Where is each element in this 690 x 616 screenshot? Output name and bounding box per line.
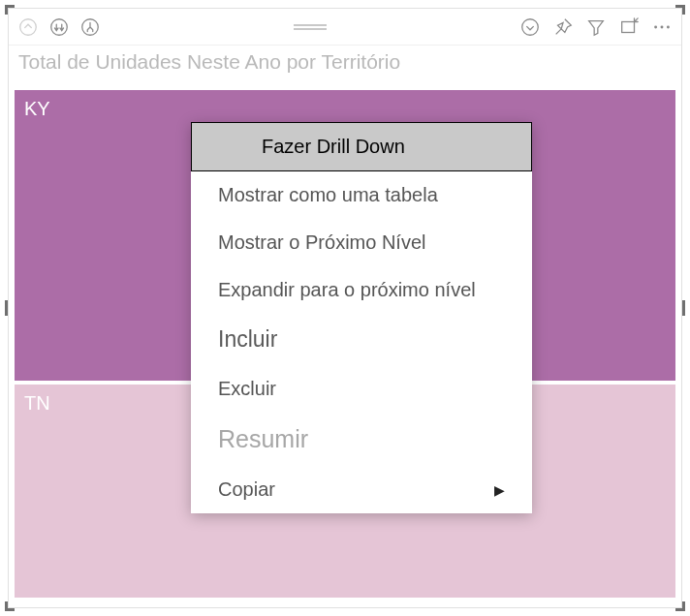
- visual-toolbar: [9, 9, 681, 46]
- menu-item-exclude[interactable]: Excluir: [191, 365, 532, 413]
- svg-point-1: [51, 18, 68, 35]
- menu-item-label: Excluir: [218, 378, 276, 400]
- menu-item-next-level[interactable]: Mostrar o Próximo Nível: [191, 219, 532, 266]
- pin-icon[interactable]: [549, 14, 577, 41]
- treemap-cell-label: TN: [24, 392, 50, 414]
- treemap-cell-label: KY: [24, 98, 50, 119]
- menu-item-label: Mostrar como uma tabela: [218, 184, 438, 206]
- menu-item-label: Expandir para o próximo nível: [218, 279, 476, 301]
- menu-item-expand-next-level[interactable]: Expandir para o próximo nível: [191, 266, 532, 314]
- drag-grip-icon[interactable]: [294, 24, 327, 30]
- svg-rect-4: [622, 21, 635, 32]
- menu-item-copy[interactable]: Copiar ▶: [191, 466, 532, 513]
- svg-point-5: [654, 25, 657, 28]
- menu-item-label: Resumir: [218, 425, 308, 453]
- visual-title: Total de Unidades Neste Ano por Territór…: [9, 46, 681, 79]
- menu-item-summarize[interactable]: Resumir: [191, 413, 532, 466]
- svg-point-3: [522, 18, 539, 35]
- svg-point-0: [20, 18, 37, 35]
- more-options-icon[interactable]: [648, 14, 675, 41]
- filter-icon[interactable]: [582, 14, 610, 41]
- drill-one-down-icon[interactable]: [77, 14, 104, 41]
- menu-item-drill-down[interactable]: Fazer Drill Down: [191, 122, 532, 171]
- drill-up-icon[interactable]: [15, 14, 42, 41]
- menu-item-label: Incluir: [218, 326, 277, 353]
- submenu-arrow-icon: ▶: [494, 482, 505, 498]
- focus-mode-icon[interactable]: [615, 14, 643, 41]
- context-menu: Fazer Drill Down Mostrar como uma tabela…: [191, 122, 532, 513]
- menu-item-label: Fazer Drill Down: [262, 136, 405, 158]
- drill-all-down-icon[interactable]: [46, 14, 73, 41]
- svg-point-6: [661, 25, 664, 28]
- menu-item-show-as-table[interactable]: Mostrar como uma tabela: [191, 171, 532, 219]
- menu-item-label: Copiar: [218, 478, 275, 501]
- drill-down-circle-icon[interactable]: [517, 14, 544, 41]
- menu-item-label: Mostrar o Próximo Nível: [218, 231, 426, 254]
- resize-handle-br[interactable]: [682, 601, 685, 611]
- resize-handle-tr[interactable]: [682, 5, 685, 15]
- svg-point-7: [667, 25, 670, 28]
- menu-item-include[interactable]: Incluir: [191, 314, 532, 365]
- resize-handle-r[interactable]: [682, 300, 685, 316]
